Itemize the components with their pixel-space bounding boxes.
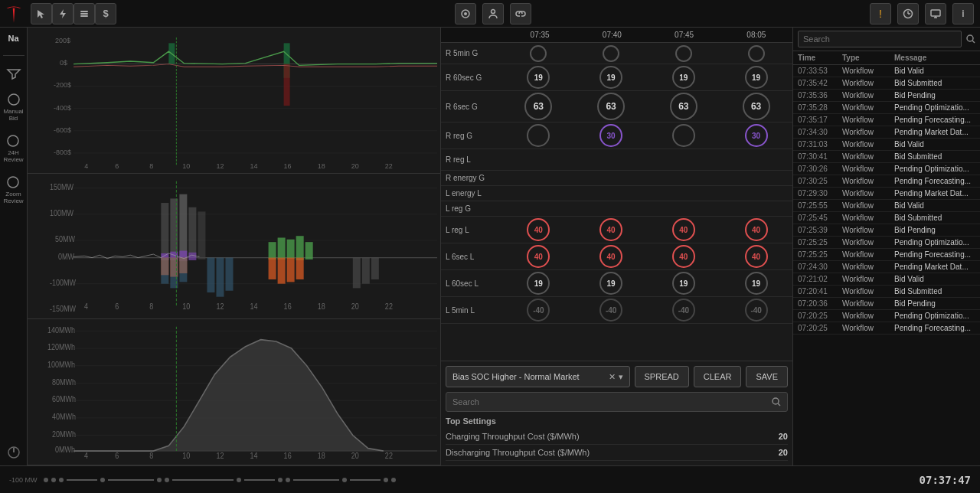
preset-chevron-icon[interactable]: ▾ xyxy=(619,372,623,382)
layers-button[interactable] xyxy=(74,3,95,24)
cell: 40 xyxy=(508,218,569,241)
setting-row-charging: Charging Throughput Cost ($/MWh) 20 xyxy=(446,429,788,445)
cell: 63 xyxy=(580,93,642,120)
svg-text:50MW: 50MW xyxy=(55,234,76,243)
log-time: 07:25:45 xyxy=(798,214,842,222)
log-time: 07:34:30 xyxy=(798,128,842,136)
log-message: Pending Market Dat... xyxy=(894,263,975,271)
preset-dropdown[interactable]: Bias SOC Higher - Normal Market ✕ ▾ xyxy=(446,366,630,387)
info-button[interactable]: i xyxy=(952,3,974,24)
svg-text:10: 10 xyxy=(182,302,190,311)
svg-text:20: 20 xyxy=(351,452,359,461)
log-time: 07:35:17 xyxy=(798,116,842,124)
svg-rect-58 xyxy=(198,211,205,259)
row-label-l5min: L 5min L xyxy=(441,306,502,315)
save-button[interactable]: SAVE xyxy=(746,366,788,387)
cell: 19 xyxy=(726,66,787,89)
svg-point-124 xyxy=(967,35,973,41)
sidebar-item-power[interactable] xyxy=(7,446,21,459)
log-type: Workflow xyxy=(842,324,894,332)
preset-clear-icon[interactable]: ✕ xyxy=(609,372,616,382)
sidebar-item-na[interactable]: Na xyxy=(8,34,18,43)
filter-icon xyxy=(7,68,21,80)
log-row: 07:33:53 Workflow Bid Valid xyxy=(793,65,980,77)
svg-rect-1 xyxy=(80,13,88,15)
log-row: 07:20:41 Workflow Bid Submitted xyxy=(793,286,980,298)
person-button[interactable] xyxy=(482,3,504,24)
camera-button[interactable] xyxy=(455,3,476,24)
lightning-button[interactable] xyxy=(52,3,74,24)
settings-search-bar[interactable] xyxy=(446,392,788,412)
cell xyxy=(726,45,787,62)
log-row: 07:29:30 Workflow Pending Market Dat... xyxy=(793,188,980,200)
sidebar-item-24h[interactable]: 24HReview xyxy=(3,134,23,163)
log-type: Workflow xyxy=(842,214,894,222)
log-time: 07:35:28 xyxy=(798,103,842,112)
svg-text:18: 18 xyxy=(318,452,325,461)
cell: 40 xyxy=(726,245,787,268)
cell: 19 xyxy=(508,272,569,295)
row-label-l60sec: L 60sec L xyxy=(441,279,502,288)
log-type: Workflow xyxy=(842,116,894,124)
cell: 40 xyxy=(653,245,714,268)
log-message: Bid Valid xyxy=(894,275,975,283)
screen-button[interactable] xyxy=(925,3,946,24)
top-settings-header: Top Settings xyxy=(446,416,788,426)
row-label-renergy: R energy G xyxy=(441,174,502,182)
svg-point-122 xyxy=(773,398,779,404)
svg-point-5 xyxy=(492,9,495,13)
svg-text:100MW: 100MW xyxy=(50,208,74,217)
log-search-input[interactable] xyxy=(798,31,962,47)
bell-button[interactable]: ! xyxy=(870,3,891,24)
log-time: 07:33:53 xyxy=(798,67,842,75)
row-cells-rregg: 30 30 xyxy=(502,124,792,147)
sidebar-item-zoom[interactable]: ZoomReview xyxy=(3,175,23,204)
clear-button[interactable]: CLEAR xyxy=(694,366,742,387)
sidebar-item-filter[interactable] xyxy=(7,68,21,80)
timeline-dot xyxy=(286,478,290,482)
cursor-tool-button[interactable] xyxy=(31,3,52,24)
settings-search-input[interactable] xyxy=(452,397,772,406)
log-type: Workflow xyxy=(842,263,894,271)
log-type: Workflow xyxy=(842,275,894,283)
dollar-button[interactable]: $ xyxy=(95,3,116,24)
clock-button[interactable] xyxy=(897,3,919,24)
log-type: Workflow xyxy=(842,91,894,100)
row-label-rregl: R reg L xyxy=(441,155,502,164)
svg-text:120MWh: 120MWh xyxy=(47,343,75,352)
log-time: 07:25:25 xyxy=(798,250,842,259)
link-button[interactable] xyxy=(510,3,531,24)
svg-text:10: 10 xyxy=(182,452,190,461)
log-type: Workflow xyxy=(842,201,894,210)
log-type: Workflow xyxy=(842,67,894,75)
circle-icon xyxy=(7,93,21,106)
log-message: Bid Submitted xyxy=(894,214,975,222)
settings-panel: Bias SOC Higher - Normal Market ✕ ▾ SPRE… xyxy=(441,361,792,465)
svg-text:14: 14 xyxy=(250,302,259,311)
grid-row-renergy: R energy G xyxy=(441,171,792,186)
svg-text:6: 6 xyxy=(115,162,119,169)
price-chart-svg: 200$ 0$ -200$ -400$ -600$ -800$ xyxy=(31,31,437,170)
log-row: 07:25:25 Workflow Pending Forecasting... xyxy=(793,249,980,261)
svg-rect-80 xyxy=(225,257,233,290)
sidebar-item-circle[interactable]: ManualBid xyxy=(3,93,23,122)
log-type: Workflow xyxy=(842,165,894,173)
spread-button[interactable]: SPREAD xyxy=(635,366,689,387)
svg-point-14 xyxy=(8,177,18,188)
svg-rect-78 xyxy=(207,257,214,292)
cell xyxy=(653,45,714,62)
log-message: Pending Forecasting... xyxy=(894,177,975,185)
log-message: Bid Pending xyxy=(894,226,975,234)
row-label-lregl: L reg L xyxy=(441,226,502,234)
log-message: Bid Pending xyxy=(894,299,975,308)
log-message: Pending Optimizatio... xyxy=(894,103,975,112)
svg-rect-70 xyxy=(305,242,313,260)
svg-rect-66 xyxy=(269,242,276,260)
timeline xyxy=(44,478,913,482)
log-type: Workflow xyxy=(842,238,894,246)
cell: -40 xyxy=(580,299,642,322)
log-row: 07:24:30 Workflow Pending Market Dat... xyxy=(793,261,980,273)
svg-text:20: 20 xyxy=(351,162,359,169)
right-nav-icons: ! i xyxy=(870,3,974,24)
svg-rect-71 xyxy=(269,257,276,279)
